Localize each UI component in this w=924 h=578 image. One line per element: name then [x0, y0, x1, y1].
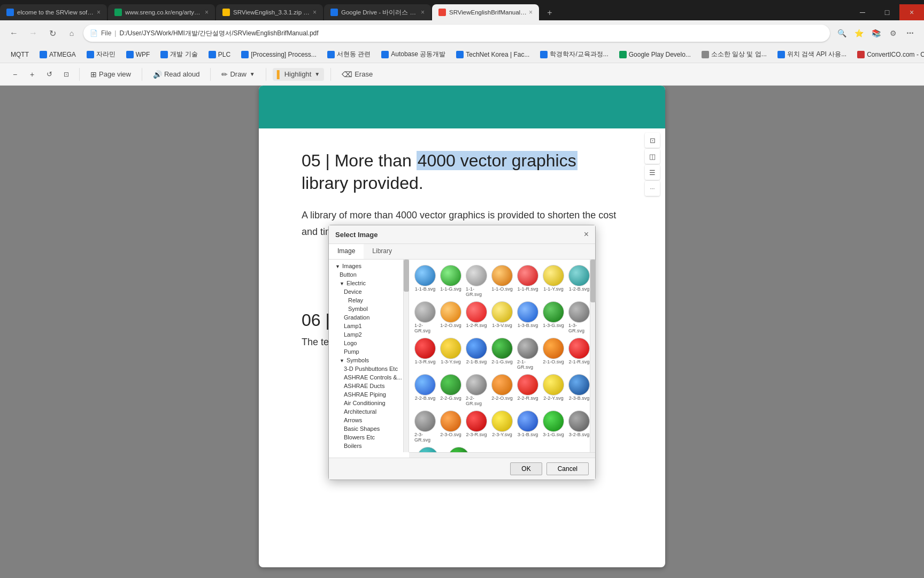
zoom-icon[interactable]: 🔍: [834, 26, 849, 41]
grid-item-orange2[interactable]: 1-2-O.svg: [439, 300, 463, 334]
tree-item-blowers[interactable]: Blowers Etc: [329, 433, 403, 442]
draw-button[interactable]: ✏ Draw ▼: [217, 68, 259, 81]
grid-item-orange6[interactable]: 2-3-O.svg: [439, 409, 463, 444]
grid-item-orange1[interactable]: 1-1-O.svg: [490, 264, 514, 298]
grid-item-yellow6[interactable]: 2-3-Y.svg: [490, 409, 514, 444]
tree-item-gradation[interactable]: Gradation: [329, 313, 403, 322]
grid-item-yellow5[interactable]: 2-2-Y.svg: [542, 373, 565, 407]
grid-item-blue4[interactable]: 2-2-B.svg: [413, 373, 437, 407]
grid-item-green4[interactable]: 2-1-G.svg: [490, 337, 514, 371]
tree-scrollbar[interactable]: [404, 260, 409, 452]
tree-item-ashrae-piping[interactable]: ASHRAE Piping: [329, 390, 403, 399]
grid-item-red5[interactable]: 2-2-R.svg: [516, 373, 540, 407]
dialog-close-button[interactable]: ×: [584, 230, 589, 239]
tree-item-arch[interactable]: Architectural: [329, 407, 403, 416]
grid-item-teal2[interactable]: 3-3-B.svg: [413, 446, 442, 452]
tree-item-pump[interactable]: Pump: [329, 347, 403, 356]
dialog-h-scrollbar[interactable]: [409, 452, 595, 458]
page-tool-1[interactable]: ⊡: [645, 133, 660, 148]
grid-item-green3[interactable]: 1-3-G.svg: [542, 300, 565, 334]
tree-item-symbols[interactable]: ▼Symbols: [329, 356, 403, 364]
grid-item-gray2[interactable]: 1-2-GR.svg: [413, 300, 437, 334]
bookmark-google-play[interactable]: Google Play Develo...: [615, 50, 695, 59]
close-button[interactable]: ×: [899, 4, 924, 20]
forward-button[interactable]: →: [26, 26, 41, 41]
grid-item-yellow2[interactable]: 1-3-V.svg: [490, 300, 514, 334]
bookmark-technet[interactable]: TechNet Korea | Fac...: [452, 50, 534, 59]
more-icon[interactable]: ···: [903, 26, 918, 41]
tree-item-air[interactable]: Air Conditioning: [329, 399, 403, 407]
zoom-out-button[interactable]: −: [9, 68, 21, 81]
bookmark-plc[interactable]: PLC: [204, 50, 235, 59]
tab-close-5[interactable]: ×: [529, 9, 533, 16]
erase-button[interactable]: ⌫ Erase: [337, 68, 377, 81]
bookmark-autobase[interactable]: Autobase 공동개발: [377, 49, 450, 60]
dialog-tab-library[interactable]: Library: [364, 244, 401, 259]
tree-item-buildings[interactable]: Buildings: [329, 450, 403, 452]
address-input[interactable]: 📄 File | D:/User/JYS/Work/HMI개발/간단설명서/SR…: [83, 25, 830, 42]
tree-item-symbol[interactable]: Symbol: [329, 305, 403, 313]
bookmark-convertio[interactable]: ConvertICO.com - C...: [853, 50, 924, 59]
bookmark-gps[interactable]: 위치 검색 API 사용...: [773, 49, 851, 60]
tab-3[interactable]: SRViewEnglish_3.3.1.zip - Goo... ×: [216, 4, 323, 20]
ok-button[interactable]: OK: [510, 462, 542, 475]
read-aloud-button[interactable]: 🔊 Read aloud: [149, 68, 204, 81]
tree-item-button[interactable]: Button: [329, 270, 403, 279]
tab-close-3[interactable]: ×: [313, 9, 317, 16]
grid-item-yellow3[interactable]: 1-3-Y.svg: [439, 337, 463, 371]
minimize-button[interactable]: ─: [850, 4, 875, 20]
grid-item-blue3[interactable]: 2-1-B.svg: [465, 337, 488, 371]
collections-icon[interactable]: 📚: [868, 26, 883, 41]
grid-item-red6[interactable]: 2-3-R.svg: [465, 409, 488, 444]
reload-button[interactable]: ↻: [45, 26, 60, 41]
grid-item-yellow1[interactable]: 1-1-Y.svg: [542, 264, 565, 298]
grid-item-blue6[interactable]: 3-1-B.svg: [516, 409, 540, 444]
grid-item-red3[interactable]: 1-3-R.svg: [413, 337, 437, 371]
grid-item-green9[interactable]: 3-3-G.svg: [444, 446, 473, 452]
bookmark-wpf[interactable]: WPF: [122, 50, 155, 59]
tree-item-3d[interactable]: 3-D Pushbuttons Etc: [329, 364, 403, 373]
tree-item-ashrae-ducts[interactable]: ASHRAE Ducts: [329, 382, 403, 390]
page-tool-3[interactable]: ☰: [645, 165, 660, 180]
tree-item-basic[interactable]: Basic Shapes: [329, 424, 403, 433]
grid-item-blue1[interactable]: 1-1-B.svg: [413, 264, 437, 298]
page-tool-more[interactable]: ···: [645, 181, 660, 196]
tab-4[interactable]: Google Drive - 바이러스 검사 ☑... ×: [324, 4, 431, 20]
grid-item-red4[interactable]: 2-1-R.svg: [567, 337, 590, 371]
grid-item-gray5[interactable]: 2-2-GR.svg: [465, 373, 488, 407]
grid-item-orange5[interactable]: 2-2-O.svg: [490, 373, 514, 407]
maximize-button[interactable]: □: [875, 4, 899, 20]
bookmark-dev[interactable]: 개발 기술: [156, 49, 202, 60]
grid-item-blue5[interactable]: 2-3-B.svg: [567, 373, 590, 407]
tree-item-lamp2[interactable]: Lamp2: [329, 330, 403, 339]
grid-item-gray4[interactable]: 2-1-GR.svg: [516, 337, 540, 371]
cancel-button[interactable]: Cancel: [546, 462, 589, 475]
grid-scrollbar[interactable]: [590, 260, 595, 452]
page-fit-button[interactable]: ⊡: [60, 68, 73, 81]
grid-item-gray7[interactable]: 3-2-B.svg: [567, 409, 590, 444]
page-tool-2[interactable]: ◫: [645, 149, 660, 164]
grid-item-green1[interactable]: 1-1-G.svg: [439, 264, 463, 298]
tree-item-ashrae-controls[interactable]: ASHRAE Controls &...: [329, 373, 403, 382]
tab-1[interactable]: elcome to the SRView software... ×: [0, 4, 107, 20]
bookmark-mqtt[interactable]: MQTT: [6, 50, 33, 59]
tree-item-device[interactable]: Device: [329, 287, 403, 296]
tree-item-boilers[interactable]: Boilers: [329, 442, 403, 450]
grid-item-gray6[interactable]: 2-3-GR.svg: [413, 409, 437, 444]
bookmark-atmega[interactable]: ATMEGA: [35, 50, 80, 59]
grid-item-red1[interactable]: 1-1-R.svg: [516, 264, 540, 298]
tree-item-images[interactable]: ▼Images: [329, 262, 403, 270]
bookmark-sosso[interactable]: 소소한 일상 및 업...: [697, 49, 771, 60]
page-view-button[interactable]: ⊞ Page view: [86, 68, 135, 81]
tree-item-relay[interactable]: Relay: [329, 296, 403, 305]
grid-item-blue2[interactable]: 1-3-B.svg: [516, 300, 540, 334]
settings-icon[interactable]: ⚙: [886, 26, 900, 41]
grid-item-green5[interactable]: 2-2-G.svg: [439, 373, 463, 407]
favorites-icon[interactable]: ⭐: [851, 26, 866, 41]
grid-item-gray3[interactable]: 1-3-GR.svg: [567, 300, 590, 334]
zoom-rotate[interactable]: ↺: [43, 68, 56, 81]
grid-item-gray1[interactable]: 1-1-GR.svg: [465, 264, 488, 298]
back-button[interactable]: ←: [6, 26, 21, 41]
dialog-tab-image[interactable]: Image: [329, 244, 364, 259]
tab-close-2[interactable]: ×: [205, 9, 209, 16]
